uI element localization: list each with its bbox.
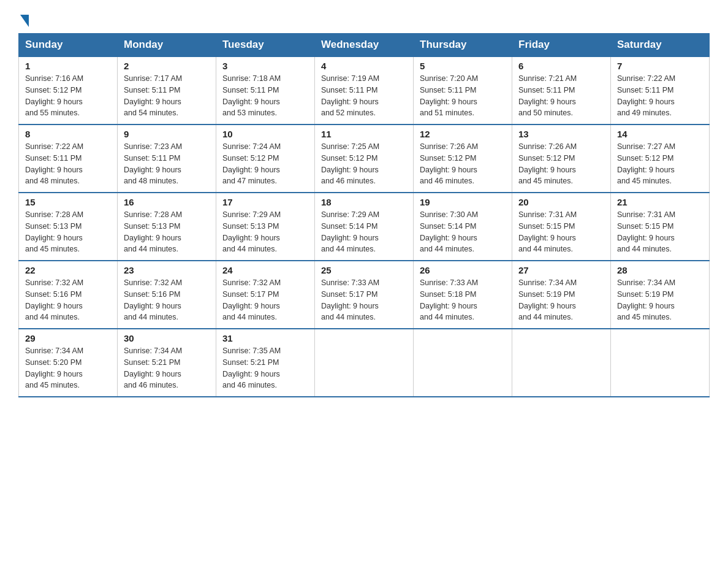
day-info: Sunrise: 7:16 AMSunset: 5:12 PMDaylight:… <box>25 73 111 119</box>
calendar-cell <box>512 329 611 397</box>
calendar-cell: 23Sunrise: 7:32 AMSunset: 5:16 PMDayligh… <box>118 261 216 329</box>
day-info: Sunrise: 7:28 AMSunset: 5:13 PMDaylight:… <box>25 209 111 255</box>
day-number: 3 <box>222 61 308 71</box>
calendar-cell: 19Sunrise: 7:30 AMSunset: 5:14 PMDayligh… <box>414 193 512 261</box>
day-number: 22 <box>25 265 111 275</box>
day-number: 1 <box>25 61 111 71</box>
week-row-3: 15Sunrise: 7:28 AMSunset: 5:13 PMDayligh… <box>19 193 710 261</box>
day-info: Sunrise: 7:34 AMSunset: 5:19 PMDaylight:… <box>617 277 703 323</box>
day-info: Sunrise: 7:24 AMSunset: 5:12 PMDaylight:… <box>222 141 308 187</box>
calendar-cell: 13Sunrise: 7:26 AMSunset: 5:12 PMDayligh… <box>512 124 611 193</box>
day-number: 12 <box>420 129 506 139</box>
col-header-sunday: Sunday <box>19 34 118 57</box>
day-number: 7 <box>617 61 703 71</box>
calendar-cell: 11Sunrise: 7:25 AMSunset: 5:12 PMDayligh… <box>315 124 414 193</box>
calendar-cell: 28Sunrise: 7:34 AMSunset: 5:19 PMDayligh… <box>611 261 710 329</box>
calendar-cell: 27Sunrise: 7:34 AMSunset: 5:19 PMDayligh… <box>512 261 611 329</box>
week-row-4: 22Sunrise: 7:32 AMSunset: 5:16 PMDayligh… <box>19 261 710 329</box>
logo <box>18 12 29 21</box>
day-number: 25 <box>321 265 407 275</box>
day-info: Sunrise: 7:31 AMSunset: 5:15 PMDaylight:… <box>518 209 604 255</box>
day-number: 28 <box>617 265 703 275</box>
day-info: Sunrise: 7:21 AMSunset: 5:11 PMDaylight:… <box>518 73 604 119</box>
calendar-cell: 12Sunrise: 7:26 AMSunset: 5:12 PMDayligh… <box>414 124 512 193</box>
day-info: Sunrise: 7:32 AMSunset: 5:16 PMDaylight:… <box>124 277 210 323</box>
day-info: Sunrise: 7:29 AMSunset: 5:14 PMDaylight:… <box>321 209 407 255</box>
calendar-cell: 7Sunrise: 7:22 AMSunset: 5:11 PMDaylight… <box>611 56 710 124</box>
calendar-cell: 8Sunrise: 7:22 AMSunset: 5:11 PMDaylight… <box>19 124 118 193</box>
day-number: 21 <box>617 197 703 207</box>
day-number: 24 <box>222 265 308 275</box>
calendar-cell: 29Sunrise: 7:34 AMSunset: 5:20 PMDayligh… <box>19 329 118 397</box>
day-number: 14 <box>617 129 703 139</box>
calendar-cell: 10Sunrise: 7:24 AMSunset: 5:12 PMDayligh… <box>216 124 315 193</box>
day-number: 2 <box>124 61 210 71</box>
col-header-monday: Monday <box>118 34 216 57</box>
col-header-tuesday: Tuesday <box>216 34 315 57</box>
col-header-wednesday: Wednesday <box>315 34 414 57</box>
calendar-cell: 25Sunrise: 7:33 AMSunset: 5:17 PMDayligh… <box>315 261 414 329</box>
day-info: Sunrise: 7:32 AMSunset: 5:16 PMDaylight:… <box>25 277 111 323</box>
calendar-cell <box>414 329 512 397</box>
day-info: Sunrise: 7:19 AMSunset: 5:11 PMDaylight:… <box>321 73 407 119</box>
day-number: 16 <box>124 197 210 207</box>
calendar-cell: 18Sunrise: 7:29 AMSunset: 5:14 PMDayligh… <box>315 193 414 261</box>
logo-general <box>18 12 29 25</box>
calendar-cell: 24Sunrise: 7:32 AMSunset: 5:17 PMDayligh… <box>216 261 315 329</box>
day-info: Sunrise: 7:28 AMSunset: 5:13 PMDaylight:… <box>124 209 210 255</box>
day-info: Sunrise: 7:26 AMSunset: 5:12 PMDaylight:… <box>420 141 506 187</box>
day-number: 19 <box>420 197 506 207</box>
calendar-header-row: SundayMondayTuesdayWednesdayThursdayFrid… <box>19 34 710 57</box>
calendar-cell: 3Sunrise: 7:18 AMSunset: 5:11 PMDaylight… <box>216 56 315 124</box>
day-number: 30 <box>124 333 210 343</box>
col-header-thursday: Thursday <box>414 34 512 57</box>
day-number: 6 <box>518 61 604 71</box>
calendar-cell: 6Sunrise: 7:21 AMSunset: 5:11 PMDaylight… <box>512 56 611 124</box>
logo-arrow-icon <box>20 15 29 27</box>
calendar-cell: 26Sunrise: 7:33 AMSunset: 5:18 PMDayligh… <box>414 261 512 329</box>
day-number: 31 <box>222 333 308 343</box>
calendar-cell: 2Sunrise: 7:17 AMSunset: 5:11 PMDaylight… <box>118 56 216 124</box>
day-number: 11 <box>321 129 407 139</box>
day-info: Sunrise: 7:34 AMSunset: 5:20 PMDaylight:… <box>25 345 111 391</box>
day-info: Sunrise: 7:22 AMSunset: 5:11 PMDaylight:… <box>617 73 703 119</box>
day-info: Sunrise: 7:26 AMSunset: 5:12 PMDaylight:… <box>518 141 604 187</box>
day-number: 23 <box>124 265 210 275</box>
day-number: 17 <box>222 197 308 207</box>
calendar-cell: 1Sunrise: 7:16 AMSunset: 5:12 PMDaylight… <box>19 56 118 124</box>
day-info: Sunrise: 7:31 AMSunset: 5:15 PMDaylight:… <box>617 209 703 255</box>
day-info: Sunrise: 7:23 AMSunset: 5:11 PMDaylight:… <box>124 141 210 187</box>
calendar-cell: 16Sunrise: 7:28 AMSunset: 5:13 PMDayligh… <box>118 193 216 261</box>
day-info: Sunrise: 7:29 AMSunset: 5:13 PMDaylight:… <box>222 209 308 255</box>
day-info: Sunrise: 7:34 AMSunset: 5:21 PMDaylight:… <box>124 345 210 391</box>
calendar-cell: 17Sunrise: 7:29 AMSunset: 5:13 PMDayligh… <box>216 193 315 261</box>
day-number: 8 <box>25 129 111 139</box>
day-info: Sunrise: 7:30 AMSunset: 5:14 PMDaylight:… <box>420 209 506 255</box>
page-header <box>18 12 710 21</box>
day-number: 5 <box>420 61 506 71</box>
calendar-cell: 14Sunrise: 7:27 AMSunset: 5:12 PMDayligh… <box>611 124 710 193</box>
day-info: Sunrise: 7:35 AMSunset: 5:21 PMDaylight:… <box>222 345 308 391</box>
day-number: 4 <box>321 61 407 71</box>
calendar-cell <box>611 329 710 397</box>
col-header-friday: Friday <box>512 34 611 57</box>
day-number: 26 <box>420 265 506 275</box>
day-info: Sunrise: 7:33 AMSunset: 5:18 PMDaylight:… <box>420 277 506 323</box>
day-number: 27 <box>518 265 604 275</box>
day-info: Sunrise: 7:25 AMSunset: 5:12 PMDaylight:… <box>321 141 407 187</box>
calendar-table: SundayMondayTuesdayWednesdayThursdayFrid… <box>18 33 710 397</box>
calendar-cell <box>315 329 414 397</box>
calendar-cell: 30Sunrise: 7:34 AMSunset: 5:21 PMDayligh… <box>118 329 216 397</box>
col-header-saturday: Saturday <box>611 34 710 57</box>
calendar-cell: 5Sunrise: 7:20 AMSunset: 5:11 PMDaylight… <box>414 56 512 124</box>
calendar-cell: 15Sunrise: 7:28 AMSunset: 5:13 PMDayligh… <box>19 193 118 261</box>
day-info: Sunrise: 7:17 AMSunset: 5:11 PMDaylight:… <box>124 73 210 119</box>
week-row-5: 29Sunrise: 7:34 AMSunset: 5:20 PMDayligh… <box>19 329 710 397</box>
day-info: Sunrise: 7:20 AMSunset: 5:11 PMDaylight:… <box>420 73 506 119</box>
day-info: Sunrise: 7:22 AMSunset: 5:11 PMDaylight:… <box>25 141 111 187</box>
day-info: Sunrise: 7:34 AMSunset: 5:19 PMDaylight:… <box>518 277 604 323</box>
calendar-cell: 21Sunrise: 7:31 AMSunset: 5:15 PMDayligh… <box>611 193 710 261</box>
day-info: Sunrise: 7:27 AMSunset: 5:12 PMDaylight:… <box>617 141 703 187</box>
day-info: Sunrise: 7:32 AMSunset: 5:17 PMDaylight:… <box>222 277 308 323</box>
day-number: 18 <box>321 197 407 207</box>
